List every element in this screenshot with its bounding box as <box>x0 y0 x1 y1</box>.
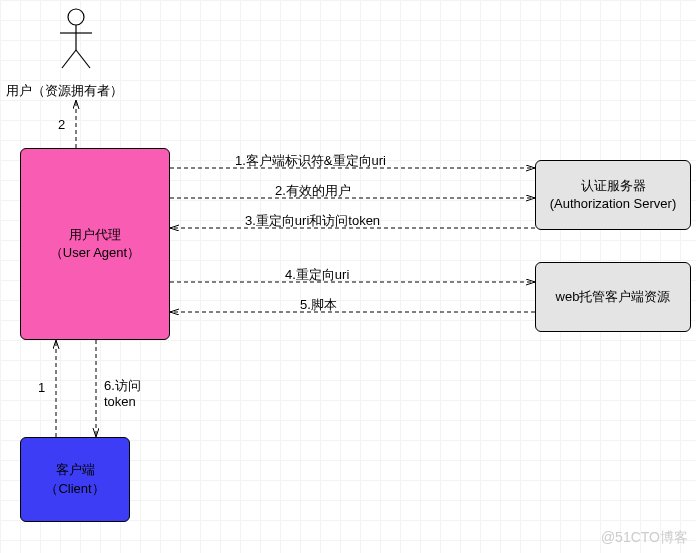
edge-label-6: 6.访问 token <box>104 378 141 409</box>
user-agent-line2: （User Agent） <box>50 244 140 262</box>
svg-line-3 <box>62 50 76 68</box>
edge-label-m3: 3.重定向uri和访问token <box>245 212 380 230</box>
actor-user-label: 用户（资源拥有者） <box>6 82 123 100</box>
node-user-agent: 用户代理 （User Agent） <box>20 148 170 340</box>
svg-line-4 <box>76 50 90 68</box>
auth-server-line2: (Authorization Server) <box>550 195 676 213</box>
auth-server-line1: 认证服务器 <box>581 177 646 195</box>
edge-label-2: 2 <box>58 117 65 132</box>
edge-label-m1: 1.客户端标识符&重定向uri <box>235 152 386 170</box>
edge-label-m5: 5.脚本 <box>300 296 337 314</box>
edge-label-6-line2: token <box>104 394 141 410</box>
edge-label-1: 1 <box>38 380 45 395</box>
node-client: 客户端 （Client） <box>20 437 130 522</box>
svg-point-0 <box>68 9 84 25</box>
client-line1: 客户端 <box>56 461 95 479</box>
watermark: @51CTO博客 <box>601 529 688 547</box>
edge-label-m4: 4.重定向uri <box>285 266 349 284</box>
client-line2: （Client） <box>45 480 104 498</box>
user-agent-line1: 用户代理 <box>69 226 121 244</box>
node-web-resource: web托管客户端资源 <box>535 262 691 332</box>
edge-label-6-line1: 6.访问 <box>104 378 141 394</box>
node-auth-server: 认证服务器 (Authorization Server) <box>535 160 691 230</box>
edge-label-m2: 2.有效的用户 <box>275 182 351 200</box>
web-resource-line1: web托管客户端资源 <box>556 288 671 306</box>
